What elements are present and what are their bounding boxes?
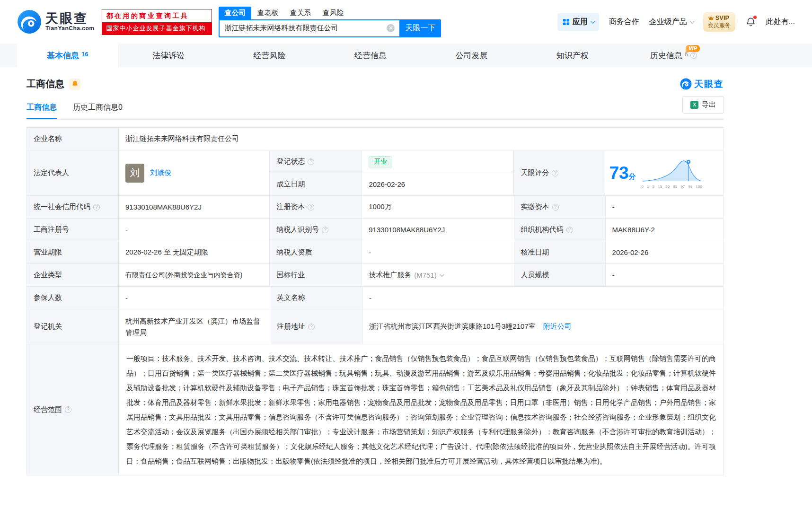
notifications-bell[interactable]	[745, 17, 756, 27]
establish-date-label: 成立日期	[270, 173, 362, 195]
promo-banner-line1: 都在用的商业查询工具	[102, 9, 212, 22]
help-icon[interactable]	[552, 204, 559, 211]
tab-label: 公司发展	[455, 50, 487, 61]
legal-rep-avatar: 刘	[125, 164, 144, 183]
score-label: 天眼评分	[514, 150, 605, 195]
table-row: 登记机关 杭州高新技术产业开发区（滨江）市场监督管理局 注册地址 浙江省杭州市滨…	[27, 309, 724, 344]
search-tab-risk[interactable]: 查风险	[317, 7, 349, 19]
crown-icon	[708, 16, 714, 20]
subtab-history-business-info[interactable]: 历史工商信息0	[73, 103, 123, 119]
help-icon[interactable]	[322, 227, 328, 233]
subtab-business-info[interactable]: 工商信息	[26, 103, 57, 119]
tab-label: 经营信息	[354, 50, 387, 61]
tab-company-development[interactable]: 公司发展	[421, 44, 522, 67]
svip-membership-button[interactable]: SVIP 会员服务	[703, 12, 735, 32]
chevron-down-icon	[690, 19, 695, 24]
business-info-table: 企业名称 浙江链拓未来网络科技有限责任公司 法定代表人 刘 刘虓俊 登记状态 开…	[26, 127, 724, 475]
search-input[interactable]	[224, 24, 387, 32]
help-icon[interactable]	[690, 52, 697, 59]
tab-label: 经营风险	[254, 50, 286, 61]
scope-value: 一般项目：技术服务、技术开发、技术咨询、技术交流、技术转让、技术推广；食品销售（…	[119, 344, 724, 475]
score-chart: 0131550859799100	[641, 158, 703, 189]
search-input-box: ✕	[219, 19, 399, 37]
company-name-label: 企业名称	[27, 128, 119, 150]
search-button[interactable]: 天眼一下	[399, 19, 441, 37]
logo-domain-text: TianYanCha.com	[45, 25, 94, 32]
status-badge: 开业	[369, 156, 392, 167]
user-account-menu[interactable]: 此处有...	[766, 17, 795, 27]
svip-subtitle: 会员服务	[708, 21, 731, 29]
tab-history-info[interactable]: VIP 历史信息 6	[623, 44, 724, 67]
clear-search-icon[interactable]: ✕	[387, 24, 395, 32]
paid-capital-label: 实缴资本	[514, 196, 606, 218]
help-icon[interactable]	[308, 324, 315, 330]
header-menu: 应用 商务合作 企业级产品 SVIP 会员服务 此处有...	[557, 12, 795, 32]
bell-icon	[71, 80, 79, 88]
enterprise-products-dropdown[interactable]: 企业级产品	[649, 17, 693, 27]
score-value: 73分 0131550859799100	[605, 150, 724, 195]
search-tab-boss[interactable]: 查老板	[251, 7, 284, 19]
taxpayer-quality-value: -	[362, 241, 514, 263]
excel-icon: X	[690, 101, 698, 109]
legal-rep-name-link[interactable]: 刘虓俊	[150, 168, 171, 177]
company-name-value: 浙江链拓未来网络科技有限责任公司	[119, 128, 724, 150]
company-nav-bar: 基本信息 16 法律诉讼 经营风险 经营信息 公司发展 知识产权 VIP 历史信…	[0, 44, 812, 67]
export-button[interactable]: X 导出	[682, 96, 724, 114]
scope-label: 经营范围	[27, 344, 119, 475]
table-row: 参保人数 - 英文名称 -	[27, 287, 724, 309]
tab-label: 法律诉讼	[152, 50, 185, 61]
help-icon[interactable]	[65, 406, 71, 413]
credit-code-label: 统一社会信用代码	[27, 196, 119, 218]
tianyancha-logo[interactable]: 天眼查 TianYanCha.com	[17, 9, 94, 34]
address-value: 浙江省杭州市滨江区西兴街道滨康路101号3幢2107室 附近公司	[362, 309, 724, 344]
reg-capital-label: 注册资本	[270, 196, 362, 218]
status-date-group: 登记状态 开业 成立日期 2026-02-26	[270, 150, 514, 195]
establish-date-value: 2026-02-26	[362, 173, 513, 195]
org-code-value: MAK88U6Y-2	[606, 219, 724, 241]
main-content: 工商信息 天眼查 工商信息 历史工商信息0 X 导出 企业名称	[26, 78, 724, 475]
industry-label: 国标行业	[270, 264, 362, 286]
section-title: 工商信息	[26, 78, 64, 90]
nearby-companies-link[interactable]: 附近公司	[543, 322, 572, 331]
address-label: 注册地址	[270, 309, 362, 344]
business-cooperation-link[interactable]: 商务合作	[609, 17, 639, 27]
tab-basic-info[interactable]: 基本信息 16	[17, 44, 118, 67]
help-icon[interactable]	[552, 170, 558, 176]
org-code-label: 组织机构代码	[514, 219, 606, 241]
tianyancha-logo-icon	[17, 9, 42, 34]
user-account-label: 此处有...	[766, 17, 795, 27]
en-name-value: -	[362, 287, 724, 309]
apps-grid-icon	[563, 18, 570, 26]
search-tab-company[interactable]: 查公司	[219, 7, 251, 19]
apps-dropdown[interactable]: 应用	[557, 13, 599, 31]
export-label: 导出	[702, 100, 716, 109]
table-row: 经营范围 一般项目：技术服务、技术开发、技术咨询、技术交流、技术转让、技术推广；…	[27, 344, 724, 475]
tab-operating-info[interactable]: 经营信息	[320, 44, 421, 67]
industry-value[interactable]: 技术推广服务 (M751)	[362, 264, 514, 286]
help-icon[interactable]	[308, 204, 314, 211]
help-icon[interactable]	[308, 158, 314, 165]
staff-size-label: 人员规模	[514, 264, 606, 286]
vip-badge: VIP	[686, 45, 700, 52]
company-type-value: 有限责任公司(外商投资企业与内资合资)	[119, 264, 270, 286]
tab-label: 基本信息	[47, 50, 79, 61]
authority-label: 登记机关	[27, 309, 119, 344]
reg-no-value: -	[119, 219, 270, 241]
paid-capital-value: -	[606, 196, 724, 218]
help-icon[interactable]	[566, 227, 573, 233]
tab-operating-risk[interactable]: 经营风险	[219, 44, 320, 67]
table-row: 工商注册号 - 纳税人识别号 91330108MAK88U6Y2J 组织机构代码…	[27, 219, 724, 241]
header: 天眼查 TianYanCha.com 都在用的商业查询工具 国家中小企业发展子基…	[0, 0, 812, 44]
tab-intellectual-property[interactable]: 知识产权	[522, 44, 623, 67]
search-tab-relation[interactable]: 查关系	[284, 7, 317, 19]
approve-date-value: 2026-02-26	[606, 241, 724, 263]
insured-label: 参保人数	[27, 287, 119, 309]
svip-title: SVIP	[715, 14, 730, 21]
chevron-down-icon[interactable]	[440, 272, 444, 277]
help-icon[interactable]	[93, 204, 100, 211]
promo-banner: 都在用的商业查询工具 国家中小企业发展子基金旗下机构	[102, 9, 212, 35]
en-name-label: 英文名称	[270, 287, 362, 309]
insured-value: -	[119, 287, 270, 309]
tab-legal-litigation[interactable]: 法律诉讼	[118, 44, 219, 67]
subscribe-bell-button[interactable]	[69, 79, 80, 90]
